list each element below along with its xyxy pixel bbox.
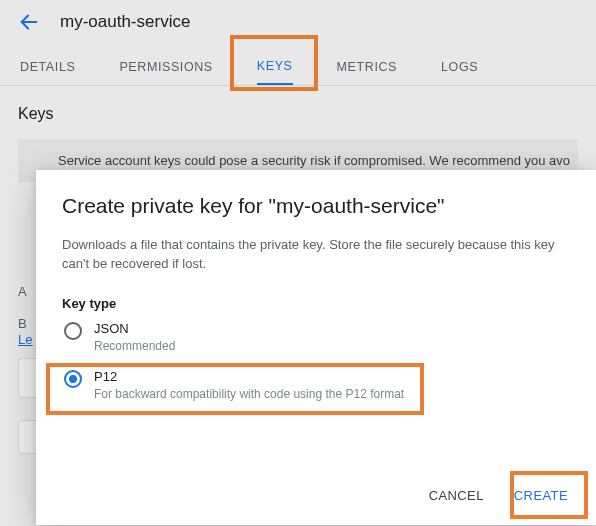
tab-permissions[interactable]: PERMISSIONS xyxy=(119,49,212,85)
key-type-option-p12[interactable]: P12 For backward compatibility with code… xyxy=(64,369,570,401)
radio-body: P12 For backward compatibility with code… xyxy=(94,369,404,401)
create-button[interactable]: CREATE xyxy=(500,480,582,511)
key-type-radio-group: JSON Recommended P12 For backward compat… xyxy=(62,321,570,401)
option-label: JSON xyxy=(94,321,175,336)
section-title-keys: Keys xyxy=(18,105,578,123)
dialog-actions: CANCEL CREATE xyxy=(415,480,582,511)
radio-icon xyxy=(64,370,82,388)
service-title: my-oauth-service xyxy=(60,12,190,32)
back-arrow-icon[interactable] xyxy=(18,11,40,33)
tab-bar: DETAILS PERMISSIONS KEYS METRICS LOGS xyxy=(0,48,596,86)
bg-text-stub: B xyxy=(18,316,27,331)
option-label: P12 xyxy=(94,369,404,384)
tab-logs[interactable]: LOGS xyxy=(441,49,478,85)
bg-link-stub[interactable]: Le xyxy=(18,332,32,347)
key-type-label: Key type xyxy=(62,296,570,311)
create-key-dialog: Create private key for "my-oauth-service… xyxy=(36,170,596,525)
cancel-button[interactable]: CANCEL xyxy=(415,480,498,511)
option-sublabel: Recommended xyxy=(94,339,175,353)
key-type-option-json[interactable]: JSON Recommended xyxy=(64,321,570,353)
option-sublabel: For backward compatibility with code usi… xyxy=(94,387,404,401)
tab-metrics[interactable]: METRICS xyxy=(337,49,397,85)
bg-text-stub: A xyxy=(18,284,27,299)
tab-details[interactable]: DETAILS xyxy=(20,49,75,85)
page-header: my-oauth-service xyxy=(0,0,596,48)
radio-body: JSON Recommended xyxy=(94,321,175,353)
radio-icon xyxy=(64,322,82,340)
tab-keys[interactable]: KEYS xyxy=(257,49,293,85)
dialog-description: Downloads a file that contains the priva… xyxy=(62,236,570,274)
dialog-title: Create private key for "my-oauth-service… xyxy=(62,194,570,218)
